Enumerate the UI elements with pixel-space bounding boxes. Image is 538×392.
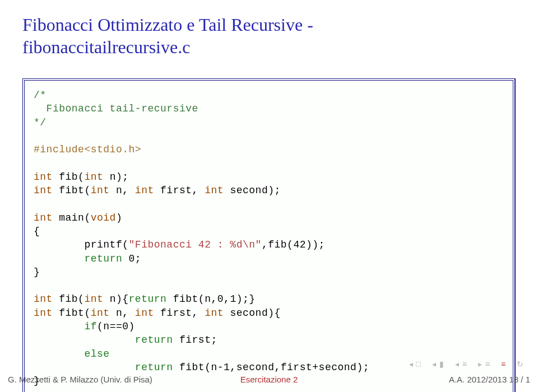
code-block-frame: /* Fibonacci tail-recursive */ #include<…	[22, 78, 516, 392]
nav-first-icon[interactable]: ◂□	[409, 360, 424, 368]
nav-cycle-icon[interactable]: ↻	[517, 360, 527, 368]
footer-mid: Esercitazione 2	[182, 375, 356, 384]
code-block: /* Fibonacci tail-recursive */ #include<…	[24, 80, 513, 392]
footer-left: G. Mezzetti & P. Milazzo (Univ. di Pisa)	[8, 375, 182, 384]
nav-back-icon[interactable]: ◂≡	[455, 360, 470, 368]
nav-symbols: ◂□ ◂▮ ◂≡ ▸≡ ≡ ↻	[408, 360, 528, 368]
page-title: Fibonacci Ottimizzato e Tail Recursive -…	[22, 13, 516, 58]
comment-close: */	[34, 117, 47, 128]
nav-prev-icon[interactable]: ◂▮	[432, 360, 447, 368]
comment-body: Fibonacci tail-recursive	[34, 103, 198, 114]
include-line: #include<stdio.h>	[34, 144, 141, 155]
title-line-2: fibonaccitailrecursive.c	[22, 37, 190, 57]
nav-next-icon[interactable]: ▸≡	[478, 360, 493, 368]
footer-right: A.A. 2012/2013 13 / 1	[356, 375, 530, 384]
comment-open: /*	[34, 90, 47, 101]
footer: G. Mezzetti & P. Milazzo (Univ. di Pisa)…	[0, 372, 538, 392]
nav-goto-icon[interactable]: ≡	[501, 360, 509, 368]
code-content: /* Fibonacci tail-recursive */ #include<…	[34, 88, 504, 388]
title-line-1: Fibonacci Ottimizzato e Tail Recursive -	[22, 15, 313, 35]
